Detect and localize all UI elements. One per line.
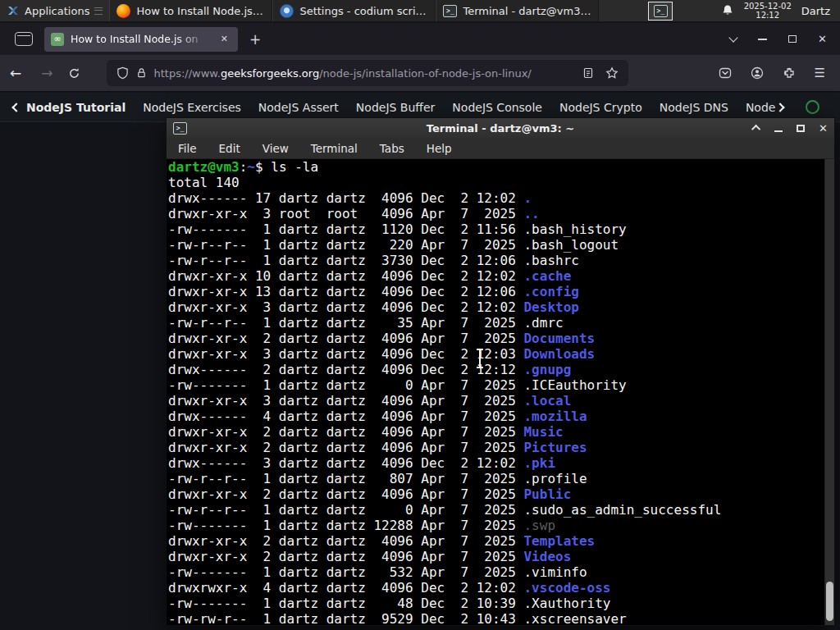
- terminal-line: drwxr-xr-x 13 dartz dartz 4096 Dec 2 12:…: [168, 284, 824, 299]
- terminal-line: -rw-r--r-- 1 dartz dartz 0 Apr 7 2025 .s…: [168, 502, 824, 518]
- shade-button[interactable]: [751, 125, 760, 134]
- new-tab-button[interactable]: +: [238, 31, 272, 48]
- terminal-line: drwxr-xr-x 3 dartz dartz 4096 Dec 2 12:0…: [168, 299, 824, 315]
- terminal-line: -rw------- 1 dartz dartz 0 Apr 7 2025 .I…: [168, 377, 824, 393]
- url-path: /node-js/installation-of-node-js-on-linu…: [319, 67, 532, 80]
- firefox-icon: [116, 4, 130, 18]
- terminal-line: total 140: [168, 175, 824, 190]
- minimize-button[interactable]: [774, 130, 783, 132]
- terminal-body[interactable]: dartz@vm3:~$ ls -latotal 140drwx------ 1…: [167, 159, 834, 625]
- user-menu[interactable]: Dartz: [801, 5, 832, 17]
- nav-item-dns[interactable]: NodeJS DNS: [660, 101, 728, 114]
- extensions-puzzle-icon[interactable]: [783, 66, 796, 80]
- reader-view-icon[interactable]: [582, 67, 594, 79]
- menu-lines-icon: [94, 7, 103, 15]
- panel-status-area: 2025-12-02 12:12 Dartz: [713, 0, 840, 21]
- menu-burger-icon[interactable]: ☰: [815, 66, 825, 80]
- applications-menu-button[interactable]: Applications: [0, 0, 109, 21]
- chevron-right-icon[interactable]: [776, 103, 785, 112]
- tab-title: How to Install Node.js on: [71, 33, 211, 45]
- tab-close-icon[interactable]: ✕: [217, 32, 231, 46]
- terminal-scrollbar[interactable]: [824, 159, 834, 625]
- terminal-line: -rw------- 1 dartz dartz 532 Apr 7 2025 …: [168, 564, 824, 580]
- terminal-line: drwxr-xr-x 2 dartz dartz 4096 Apr 7 2025…: [168, 486, 824, 502]
- terminal-output: dartz@vm3:~$ ls -latotal 140drwx------ 1…: [168, 159, 824, 625]
- taskbar-item-codium-settings[interactable]: Settings - codium script...: [272, 0, 436, 21]
- bookmark-star-icon[interactable]: [605, 66, 619, 80]
- terminal-window-controls: ✕: [754, 122, 828, 135]
- terminal-window: >_ Terminal - dartz@vm3: ~ ✕ File Edit V…: [166, 117, 835, 626]
- firefox-view-icon[interactable]: [15, 32, 33, 46]
- list-all-tabs-icon[interactable]: [728, 33, 737, 42]
- reload-button[interactable]: [63, 67, 90, 80]
- scrollbar-thumb[interactable]: [826, 582, 833, 621]
- nav-item-overflow[interactable]: Node: [746, 101, 784, 114]
- clock-date: 2025-12-02: [744, 2, 792, 11]
- nav-item-assert[interactable]: NodeJS Assert: [258, 101, 339, 114]
- url-scheme: https://www.: [154, 67, 221, 80]
- account-icon[interactable]: [751, 66, 764, 80]
- nav-item-crypto[interactable]: NodeJS Crypto: [559, 101, 642, 114]
- toolbar-right-actions: ☰: [719, 66, 840, 80]
- applications-icon: [7, 4, 20, 17]
- close-button[interactable]: ✕: [818, 34, 827, 44]
- terminal-line: drwx------ 3 dartz dartz 4096 Dec 2 12:0…: [168, 455, 824, 471]
- terminal-menubar: File Edit View Terminal Tabs Help: [167, 138, 834, 159]
- nav-item-tutorial[interactable]: NodeJS Tutorial: [13, 101, 126, 114]
- close-button[interactable]: ✕: [819, 122, 828, 135]
- maximize-button[interactable]: [788, 35, 797, 43]
- codium-icon: [280, 4, 294, 18]
- terminal-line: drwxr-xr-x 2 dartz dartz 4096 Apr 7 2025…: [168, 440, 824, 455]
- clock-time: 12:12: [744, 11, 792, 21]
- terminal-line: drwxr-xr-x 2 dartz dartz 4096 Apr 7 2025…: [168, 533, 824, 549]
- terminal-line: drwx------ 4 dartz dartz 4096 Apr 7 2025…: [168, 409, 824, 424]
- terminal-line: -rw-rw-r-- 1 dartz dartz 9529 Dec 2 10:4…: [168, 611, 824, 625]
- minimize-button[interactable]: [758, 39, 767, 40]
- menu-edit[interactable]: Edit: [219, 142, 240, 155]
- terminal-line: -rw------- 1 dartz dartz 12288 Apr 7 202…: [168, 518, 824, 533]
- tray-terminal-indicator[interactable]: >_: [648, 2, 673, 21]
- terminal-line: drwxr-xr-x 2 dartz dartz 4096 Apr 7 2025…: [168, 331, 824, 346]
- window-buttons: ✕: [730, 34, 840, 44]
- menu-tabs[interactable]: Tabs: [380, 142, 404, 155]
- back-button[interactable]: ←: [0, 65, 31, 81]
- tracking-shield-icon[interactable]: [116, 66, 129, 80]
- clock[interactable]: 2025-12-02 12:12: [744, 2, 792, 21]
- taskbar-item-terminal[interactable]: >_ Terminal - dartz@vm3: ~: [436, 0, 599, 21]
- terminal-titlebar[interactable]: >_ Terminal - dartz@vm3: ~ ✕: [167, 118, 834, 138]
- menu-file[interactable]: File: [178, 142, 197, 155]
- top-panel: Applications How to Install Node.js o...…: [0, 0, 840, 22]
- terminal-icon: >_: [173, 122, 187, 135]
- terminal-line: drwxr-xr-x 10 dartz dartz 4096 Dec 2 12:…: [168, 268, 824, 284]
- terminal-line: -rw-r--r-- 1 dartz dartz 35 Apr 7 2025 .…: [168, 315, 824, 331]
- nav-item-exercises[interactable]: NodeJS Exercises: [143, 101, 241, 114]
- terminal-line: drwxrwxr-x 4 dartz dartz 4096 Dec 2 12:0…: [168, 580, 824, 596]
- nav-item-console[interactable]: NodeJS Console: [452, 101, 542, 114]
- terminal-line: drwxr-xr-x 3 dartz dartz 4096 Dec 2 12:0…: [168, 346, 824, 362]
- system-tray: >_: [648, 0, 673, 21]
- terminal-line: -rw-r--r-- 1 dartz dartz 807 Apr 7 2025 …: [168, 471, 824, 486]
- menu-view[interactable]: View: [262, 142, 289, 155]
- menu-terminal[interactable]: Terminal: [311, 142, 358, 155]
- notification-bell-icon[interactable]: [721, 4, 734, 17]
- forward-button[interactable]: →: [31, 65, 62, 81]
- terminal-icon: >_: [654, 5, 668, 17]
- terminal-line: -rw------- 1 dartz dartz 1120 Dec 2 11:5…: [168, 221, 824, 237]
- menu-help[interactable]: Help: [427, 142, 452, 155]
- terminal-window-title: Terminal - dartz@vm3: ~: [167, 122, 834, 135]
- address-bar[interactable]: https://www.geeksforgeeks.org/node-js/in…: [107, 60, 628, 86]
- url-text[interactable]: https://www.geeksforgeeks.org/node-js/in…: [154, 67, 575, 80]
- nav-item-buffer[interactable]: NodeJS Buffer: [356, 101, 436, 114]
- pocket-icon[interactable]: [719, 66, 732, 80]
- geeksforgeeks-favicon: ∞: [51, 33, 64, 46]
- terminal-line: dartz@vm3:~$ ls -la: [168, 159, 824, 175]
- search-icon[interactable]: [806, 100, 819, 114]
- terminal-line: drwx------ 17 dartz dartz 4096 Dec 2 12:…: [168, 190, 824, 206]
- screen: Applications How to Install Node.js o...…: [0, 0, 840, 630]
- lock-icon[interactable]: [136, 67, 147, 79]
- terminal-line: -rw------- 1 dartz dartz 48 Dec 2 10:39 …: [168, 596, 824, 611]
- browser-tab-active[interactable]: ∞ How to Install Node.js on ✕: [44, 27, 238, 52]
- chevron-left-icon[interactable]: [11, 103, 21, 112]
- taskbar-item-firefox[interactable]: How to Install Node.js o...: [109, 0, 272, 21]
- maximize-button[interactable]: [797, 125, 805, 132]
